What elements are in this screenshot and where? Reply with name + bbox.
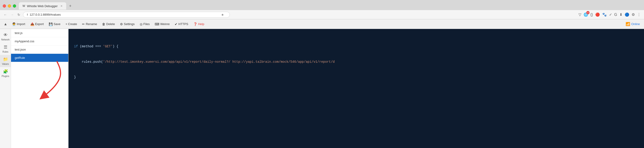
extensions-icon-8[interactable]: ⬇ <box>619 12 623 17</box>
https-icon: ✔ <box>175 22 178 26</box>
files-icon: ◎ <box>140 22 142 26</box>
back-button[interactable]: ← <box>3 12 8 17</box>
url-lock-icon: ℹ <box>27 13 28 16</box>
help-button[interactable]: ❓ Help <box>191 21 206 27</box>
url-bar[interactable]: ℹ 127.0.0.1:8899/#values ★ <box>23 12 230 18</box>
minimize-traffic-light[interactable] <box>8 4 11 8</box>
extensions-icon-6[interactable]: ✓ <box>608 12 612 17</box>
active-tab[interactable]: W Whistle Web Debugger ✕ <box>19 2 66 10</box>
extensions-icon-3[interactable]: {} <box>590 12 594 17</box>
address-bar: ← → ↻ ℹ 127.0.0.1:8899/#values ★ ▽ 🌐 10 … <box>0 10 644 19</box>
weinre-button[interactable]: ⌨ Weinre <box>152 21 172 27</box>
values-icon: 📁 <box>3 57 8 62</box>
extensions-icon-9[interactable]: 🔵 <box>624 12 630 17</box>
help-icon: ❓ <box>193 22 197 26</box>
app-toolbar: ▲ 🧑‍💼 Import 📤 Export 💾 Save + Create ✏ … <box>0 19 644 29</box>
sidebar-item-rules[interactable]: ☰ Rules <box>0 43 11 55</box>
code-line-2: rules.push('/http://test.imonkey.xueersi… <box>74 59 638 64</box>
new-tab-button[interactable]: + <box>67 3 74 9</box>
tab-bar: W Whistle Web Debugger ✕ + <box>0 0 644 10</box>
sidebar-item-network[interactable]: 👁 Network <box>0 31 11 43</box>
sidebar-label-plugins: Plugins <box>2 75 9 78</box>
online-status: 📶 Online <box>623 21 642 27</box>
maximize-traffic-light[interactable] <box>13 4 16 8</box>
code-area[interactable]: if (method === 'GET') { rules.push('/htt… <box>68 29 644 148</box>
import-button[interactable]: 🧑‍💼 Import <box>10 21 28 27</box>
tab-favicon: W <box>22 4 25 8</box>
code-line-3: } <box>74 75 638 80</box>
tab-close-icon[interactable]: ✕ <box>60 4 62 8</box>
file-item-getRule[interactable]: getRule <box>11 54 68 62</box>
sidebar-label-rules: Rules <box>2 50 8 53</box>
url-text: 127.0.0.1:8899/#values <box>30 13 61 16</box>
save-icon: 💾 <box>49 22 53 26</box>
tab-title: Whistle Web Debugger <box>27 4 58 8</box>
browser-extensions: ▽ 🌐 10 {} 🔴 🐾 ✓ G ⬇ 🔵 ⚙ ⋮ <box>578 12 641 17</box>
import-icon: 🧑‍💼 <box>12 22 16 26</box>
extensions-icon-10[interactable]: ⚙ <box>631 12 635 17</box>
rename-icon: ✏ <box>82 22 85 26</box>
extensions-icon-1[interactable]: ▽ <box>578 12 582 17</box>
close-traffic-light[interactable] <box>3 4 6 8</box>
file-item-test-js[interactable]: test.js <box>11 29 68 37</box>
settings-icon: ⚙ <box>120 22 123 26</box>
extensions-icon-5[interactable]: 🐾 <box>602 12 607 17</box>
online-icon: 📶 <box>626 22 630 26</box>
save-button[interactable]: 💾 Save <box>46 21 63 27</box>
rules-icon: ☰ <box>4 44 7 50</box>
extensions-icon-7[interactable]: G <box>614 12 618 17</box>
settings-button[interactable]: ⚙ Settings <box>118 21 137 27</box>
weinre-icon: ⌨ <box>155 22 159 26</box>
sidebar-label-values: Values <box>2 63 9 65</box>
browser-chrome: W Whistle Web Debugger ✕ + ← → ↻ ℹ 127.0… <box>0 0 644 19</box>
extensions-menu-icon[interactable]: ⋮ <box>637 12 641 17</box>
code-line-1: if (method === 'GET') { <box>74 44 638 49</box>
sidebar-label-network: Network <box>1 38 10 41</box>
delete-icon: 🗑 <box>102 22 105 26</box>
main-layout: 👁 Network ☰ Rules 📁 Values 🧩 Plugins tes… <box>0 29 644 148</box>
delete-button[interactable]: 🗑 Delete <box>100 21 117 27</box>
extensions-icon-2[interactable]: 🌐 10 <box>583 12 588 17</box>
create-button[interactable]: + Create <box>63 21 79 27</box>
collapse-button[interactable]: ▲ <box>2 21 9 27</box>
file-list: test.js myAppend.css test.json getRule <box>11 29 68 148</box>
reload-button[interactable]: ↻ <box>16 12 21 17</box>
rename-button[interactable]: ✏ Rename <box>80 21 99 27</box>
export-icon: 📤 <box>30 22 34 26</box>
plugins-icon: 🧩 <box>3 69 8 74</box>
file-item-myAppend-css[interactable]: myAppend.css <box>11 37 68 46</box>
export-button[interactable]: 📤 Export <box>28 21 46 27</box>
files-button[interactable]: ◎ Files <box>138 21 152 27</box>
forward-button[interactable]: → <box>10 12 15 17</box>
traffic-lights <box>3 4 16 8</box>
extensions-icon-4[interactable]: 🔴 <box>595 12 600 17</box>
sidebar-item-values[interactable]: 📁 Values <box>0 55 11 67</box>
sidebar-item-plugins[interactable]: 🧩 Plugins <box>0 67 11 79</box>
sidebar-icons: 👁 Network ☰ Rules 📁 Values 🧩 Plugins <box>0 29 11 148</box>
bookmark-star-icon[interactable]: ★ <box>221 13 226 16</box>
network-icon: 👁 <box>4 33 8 38</box>
file-item-test-json[interactable]: test.json <box>11 46 68 54</box>
https-button[interactable]: ✔ HTTPS <box>172 21 190 27</box>
